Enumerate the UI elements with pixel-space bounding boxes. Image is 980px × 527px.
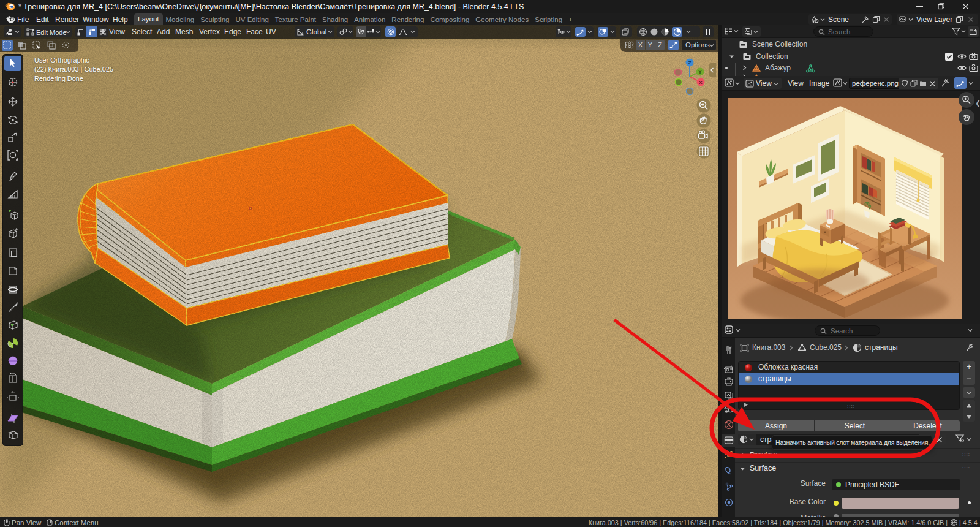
svg-text:X: X	[699, 80, 703, 85]
svg-text:Y: Y	[698, 69, 702, 75]
svg-text:Z: Z	[688, 60, 692, 66]
